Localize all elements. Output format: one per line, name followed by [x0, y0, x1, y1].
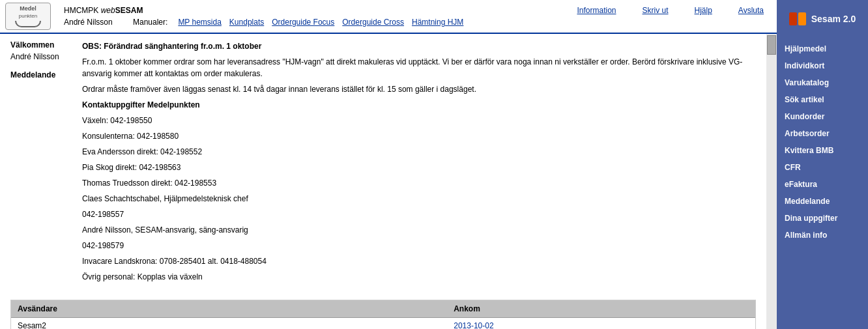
header-user-name: André Nilsson [64, 18, 123, 27]
sidebar-item-sok-artikel[interactable]: Sök artikel [777, 91, 868, 108]
logo: Medel punkten [5, 3, 51, 30]
sidebar-item-kundorder[interactable]: Kundorder [777, 108, 868, 125]
contact-line-7: André Nilsson, SESAM-ansvarig, säng-ansv… [82, 224, 756, 236]
contact-line-0: Växeln: 042-198550 [82, 115, 756, 126]
col-header-avsandare: Avsändare [11, 300, 447, 317]
sidebar: Hjälpmedel Individkort Varukatalog Sök a… [777, 34, 868, 329]
nav-avsluta[interactable]: Avsluta [738, 6, 764, 15]
contact-line-8: 042-198579 [82, 240, 756, 251]
sidebar-item-efaktura[interactable]: eFaktura [777, 176, 868, 193]
nav-information[interactable]: Information [577, 6, 616, 15]
message-heading: OBS: Förändrad säng­hantering fr.o.m. 1 … [82, 40, 756, 52]
site-sesam: SESAM [115, 6, 143, 15]
nav-hjalp[interactable]: Hjälp [695, 6, 712, 15]
cell-ankom: 2013-10-02 [447, 318, 601, 329]
sesam-icon [789, 12, 807, 26]
contact-line-6: 042-198557 [82, 208, 756, 220]
sidebar-item-meddelande[interactable]: Meddelande [777, 193, 868, 210]
sesam-icon-right [798, 12, 806, 25]
message-body1: Fr.o.m. 1 oktober kommer ordrar som har … [82, 56, 756, 79]
col-header-empty [601, 300, 755, 317]
table-row: Sesam2 2013-10-02 [11, 318, 755, 329]
contact-line-2: Eva Andersson direkt: 042-198552 [82, 146, 756, 158]
contact-line-9: Invacare Landskrona: 0708-285401 alt. 04… [82, 255, 756, 267]
cell-extra [601, 318, 755, 329]
manual-links: MP hemsida Kundplats Orderguide Focus Or… [178, 18, 463, 27]
sidebar-item-individkort[interactable]: Individkort [777, 57, 868, 74]
logo-area: Medel punkten [5, 3, 57, 30]
content-area: Välkommen André Nilsson Meddelande OBS: … [0, 34, 766, 329]
manual-orderguide-focus[interactable]: Orderguide Focus [272, 18, 334, 27]
bottom-table: Avsändare Ankom Sesam2 2013-10-02 Avvike… [10, 300, 756, 329]
nav-skriv-ut[interactable]: Skriv ut [642, 6, 668, 15]
sidebar-item-varukatalog[interactable]: Varukatalog [777, 74, 868, 91]
cell-avsandare: Sesam2 [11, 318, 447, 329]
contact-line-3: Pia Skog direkt: 042-198563 [82, 162, 756, 173]
contact-line-4: Thomas Truedsson direkt: 042-198553 [82, 177, 756, 189]
scrollbar-area[interactable] [766, 34, 777, 329]
sidebar-item-allman-info[interactable]: Allmän info [777, 227, 868, 244]
header-bottom-row: André Nilsson Manualer: MP hemsida Kundp… [64, 18, 764, 27]
col-header-ankom: Ankom [447, 300, 601, 317]
sidebar-item-kvittera-bmb[interactable]: Kvittera BMB [777, 142, 868, 159]
message-body2: Ordrar måste framöver även läggas senast… [82, 83, 756, 95]
sesam-icon-left [789, 12, 797, 25]
header-middle: HMCMPK webSESAM Information Skriv ut Hjä… [57, 6, 770, 27]
contact-line-5: Claes Schachtschabel, Hjälpmedelsteknisk… [82, 193, 756, 205]
site-prefix: HMCMPK [64, 6, 98, 15]
main-layout: Välkommen André Nilsson Meddelande OBS: … [0, 34, 868, 329]
welcome-user: André Nilsson [10, 52, 69, 61]
site-name: HMCMPK webSESAM [64, 6, 143, 15]
message-label: Meddelande [10, 70, 69, 79]
sidebar-item-cfr[interactable]: CFR [777, 159, 868, 176]
table-header-row: Avsändare Ankom [11, 300, 755, 318]
manual-hamtning-hjm[interactable]: Hämtning HJM [412, 18, 463, 27]
header-nav-links: Information Skriv ut Hjälp Avsluta [577, 6, 764, 15]
header-top-row: HMCMPK webSESAM Information Skriv ut Hjä… [64, 6, 764, 15]
sidebar-item-hjalp-medel[interactable]: Hjälpmedel [777, 40, 868, 57]
manualer-label: Manualer: [133, 18, 167, 27]
sesam-title: Sesam 2.0 [811, 14, 856, 24]
header: Medel punkten HMCMPK webSESAM Informatio… [0, 0, 868, 34]
sesam-panel: Sesam 2.0 [777, 0, 868, 38]
sidebar-item-dina-uppgifter[interactable]: Dina uppgifter [777, 210, 868, 227]
ankom-date-link[interactable]: 2013-10-02 [454, 321, 493, 329]
sidebar-item-arbetsorder[interactable]: Arbetsorder [777, 125, 868, 142]
message-content: OBS: Förändrad säng­hantering fr.o.m. 1 … [82, 40, 756, 287]
contact-line-10: Övrig personal: Kopplas via växeln [82, 271, 756, 283]
contact-line-1: Konsulenterna: 042-198580 [82, 130, 756, 142]
welcome-labels: Välkommen André Nilsson Meddelande [10, 40, 69, 287]
welcome-label: Välkommen [10, 40, 69, 50]
site-web: web [101, 6, 115, 15]
manual-mp-hemsida[interactable]: MP hemsida [178, 18, 221, 27]
welcome-section: Välkommen André Nilsson Meddelande OBS: … [10, 40, 756, 287]
contact-heading: Kontaktuppgifter Medelpunkten [82, 99, 756, 111]
manual-orderguide-cross[interactable]: Orderguide Cross [342, 18, 404, 27]
manual-kundplats[interactable]: Kundplats [229, 18, 264, 27]
scrollbar-thumb[interactable] [767, 35, 776, 55]
